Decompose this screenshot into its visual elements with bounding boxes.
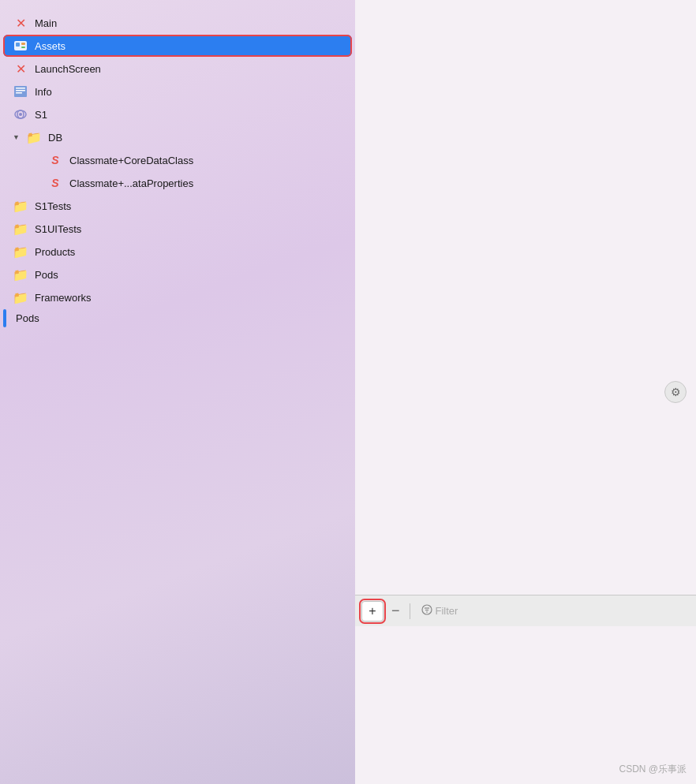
right-panel: ⚙ + − Fi — [355, 0, 696, 784]
right-icon-area: ⚙ — [664, 381, 687, 403]
filter-button[interactable]: Filter — [415, 601, 465, 621]
sidebar-item-info[interactable]: Info — [3, 80, 352, 103]
folder-icon-pods: 📁 — [13, 267, 28, 282]
assets-icon — [13, 38, 28, 54]
folder-icon-frameworks: 📁 — [13, 289, 28, 305]
svg-rect-5 — [16, 88, 25, 89]
folder-icon-db: 📁 — [26, 129, 42, 145]
main-container: ✕ Main Assets ✕ Launc — [0, 0, 696, 784]
s1uitests-label: S1UITests — [35, 223, 81, 235]
sidebar-item-s1uitests[interactable]: 📁 S1UITests — [3, 218, 352, 240]
launchscreen-icon: ✕ — [13, 61, 28, 77]
sidebar-item-assets[interactable]: Assets — [3, 35, 352, 57]
svg-rect-1 — [16, 43, 20, 47]
folder-icon-s1tests: 📁 — [13, 198, 28, 214]
sidebar-item-pods-folder[interactable]: 📁 Pods — [3, 263, 352, 286]
pods-bottom-label: Pods — [16, 312, 39, 324]
sidebar-item-s1[interactable]: S1 — [3, 103, 352, 125]
sidebar-item-classmate-ataprops[interactable]: S Classmate+...ataProperties — [3, 172, 352, 194]
svg-rect-7 — [16, 92, 22, 94]
svg-rect-3 — [21, 47, 25, 48]
info-icon — [13, 84, 28, 99]
pods-folder-label: Pods — [35, 269, 58, 281]
sidebar: ✕ Main Assets ✕ Launc — [0, 0, 355, 784]
svg-point-10 — [19, 113, 22, 116]
toolbar-divider — [410, 603, 410, 619]
filter-icon — [421, 604, 432, 618]
sidebar-item-frameworks[interactable]: 📁 Frameworks — [3, 286, 352, 308]
minus-icon: − — [391, 603, 400, 618]
products-label: Products — [35, 246, 75, 258]
svg-rect-2 — [21, 43, 25, 45]
sidebar-item-main[interactable]: ✕ Main — [3, 12, 352, 34]
info-label: Info — [35, 86, 52, 98]
launchscreen-label: LaunchScreen — [35, 63, 101, 75]
s1-label: S1 — [35, 109, 47, 121]
sidebar-item-classmate-coredata[interactable]: S Classmate+CoreDataClass — [3, 149, 352, 171]
remove-button[interactable]: − — [387, 603, 405, 619]
bottom-toolbar: + − Filter — [355, 595, 696, 626]
x-mark-icon: ✕ — [13, 15, 28, 31]
folder-icon-products: 📁 — [13, 244, 28, 259]
classmate-ataprops-label: Classmate+...ataProperties — [69, 177, 193, 189]
add-button[interactable]: + — [361, 601, 384, 622]
watermark: CSDN @乐事派 — [619, 763, 687, 776]
filter-label: Filter — [436, 605, 458, 617]
sidebar-item-s1tests[interactable]: 📁 S1Tests — [3, 195, 352, 217]
s1-icon — [13, 106, 28, 122]
sidebar-item-launchscreen[interactable]: ✕ LaunchScreen — [3, 58, 352, 80]
frameworks-label: Frameworks — [35, 292, 92, 304]
sidebar-item-pods-bottom[interactable]: Pods — [3, 309, 352, 327]
db-label: DB — [48, 132, 62, 144]
sidebar-item-products[interactable]: 📁 Products — [3, 241, 352, 263]
sidebar-item-db[interactable]: ▼ 📁 DB — [3, 126, 352, 148]
disclosure-icon: ▼ — [13, 133, 24, 141]
sidebar-item-label: Main — [35, 17, 57, 29]
swift-icon-2: S — [47, 175, 63, 191]
swift-icon-1: S — [47, 152, 63, 168]
svg-rect-6 — [16, 90, 25, 91]
folder-icon-s1uitests: 📁 — [13, 221, 28, 237]
plus-icon: + — [369, 604, 376, 618]
s1tests-label: S1Tests — [35, 200, 71, 212]
assets-label: Assets — [35, 40, 65, 52]
classmate-coredata-label: Classmate+CoreDataClass — [69, 155, 193, 166]
settings-icon[interactable]: ⚙ — [664, 381, 687, 403]
